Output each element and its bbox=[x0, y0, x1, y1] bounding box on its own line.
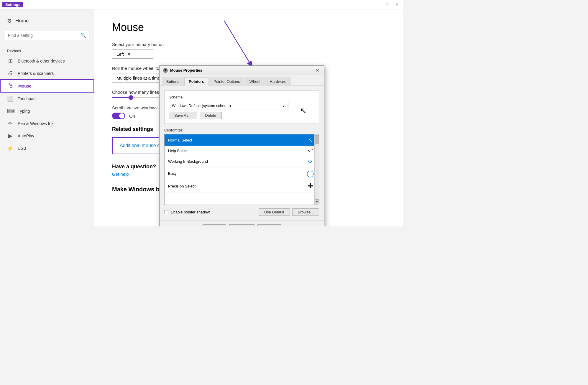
vertical-scrollbar[interactable]: ▲ ▼ bbox=[314, 134, 319, 205]
sidebar-item-autoplay[interactable]: ▶ AutoPlay bbox=[0, 130, 94, 142]
tab-hardware[interactable]: Hardware bbox=[265, 77, 291, 86]
scheme-buttons: Save As... Delete bbox=[169, 112, 288, 119]
scheme-label: Scheme bbox=[169, 95, 315, 99]
usb-icon: ⚡ bbox=[7, 145, 14, 152]
sidebar-item-label: Mouse bbox=[18, 84, 31, 88]
scheme-row: Windows Default (system scheme) ∨ Save A… bbox=[169, 102, 315, 119]
scroll-value: Multiple lines at a time bbox=[116, 75, 160, 80]
sidebar-item-label: Bluetooth & other devices bbox=[18, 59, 65, 63]
close-button[interactable]: ✕ bbox=[394, 2, 400, 7]
working-bg-label: Working In Background bbox=[168, 159, 208, 164]
sidebar-item-label: USB bbox=[18, 146, 26, 151]
toggle-knob bbox=[119, 113, 124, 119]
search-input[interactable] bbox=[8, 33, 78, 38]
tab-pointer-options[interactable]: Pointer Options bbox=[209, 77, 244, 86]
typing-icon: ⌨ bbox=[7, 108, 14, 114]
primary-button-dropdown[interactable]: Left ∨ bbox=[112, 49, 153, 59]
tab-pointers[interactable]: Pointers bbox=[184, 77, 208, 86]
dialog-footer: OK Cancel Apply bbox=[160, 221, 324, 226]
mouse-properties-dialog[interactable]: 🖱 Mouse Properties ✕ Buttons Pointers Po… bbox=[159, 65, 324, 226]
shadow-label: Enable pointer shadow bbox=[171, 210, 210, 214]
home-label: Home bbox=[15, 18, 29, 24]
precision-icon: ✛ bbox=[305, 182, 316, 190]
search-box: 🔍 bbox=[5, 31, 89, 40]
minimize-button[interactable]: — bbox=[373, 2, 381, 7]
sidebar: ⚙ Home 🔍 Devices ⊞ Bluetooth & other dev… bbox=[0, 9, 94, 226]
scheme-section: Scheme Windows Default (system scheme) ∨… bbox=[164, 91, 319, 124]
cursor-item-help[interactable]: Help Select ↖? bbox=[165, 146, 319, 156]
touchpad-icon: ⬜ bbox=[7, 96, 14, 102]
cursor-item-normal[interactable]: Normal Select ↖ bbox=[165, 134, 319, 146]
sidebar-item-typing[interactable]: ⌨ Typing bbox=[0, 105, 94, 117]
browse-button[interactable]: Browse... bbox=[292, 208, 319, 216]
customize-label: Customize: bbox=[164, 128, 319, 132]
cursor-preview: ↖ bbox=[300, 106, 307, 116]
cursor-item-busy[interactable]: Busy ◯ bbox=[165, 167, 319, 180]
sidebar-item-printers[interactable]: 🖨 Printers & scanners bbox=[0, 67, 94, 79]
scrollbar-down-arrow[interactable]: ▼ bbox=[315, 199, 319, 204]
customize-list-inner: Normal Select ↖ Help Select ↖? Working I… bbox=[165, 134, 319, 193]
maximize-button[interactable]: □ bbox=[384, 2, 390, 7]
sidebar-home[interactable]: ⚙ Home bbox=[0, 15, 94, 27]
sidebar-section-label: Devices bbox=[0, 44, 94, 55]
busy-icon: ◯ bbox=[305, 170, 316, 177]
sidebar-item-label: AutoPlay bbox=[18, 134, 34, 138]
title-bar: Settings — □ ✕ bbox=[0, 0, 403, 9]
sidebar-item-usb[interactable]: ⚡ USB bbox=[0, 142, 94, 154]
toggle-label: On bbox=[129, 113, 135, 119]
cursor-item-working[interactable]: Working In Background ⟳ bbox=[165, 156, 319, 167]
dialog-tabs: Buttons Pointers Pointer Options Wheel H… bbox=[160, 75, 324, 86]
sidebar-item-pen[interactable]: ✏ Pen & Windows Ink bbox=[0, 117, 94, 130]
apply-button[interactable]: Apply bbox=[257, 224, 281, 226]
chevron-down-icon: ∨ bbox=[127, 51, 131, 57]
primary-button-label: Select your primary button bbox=[112, 42, 385, 47]
slider-thumb[interactable] bbox=[129, 95, 133, 100]
help-select-label: Help Select bbox=[168, 149, 188, 153]
shadow-row: Enable pointer shadow Use Default Browse… bbox=[164, 208, 319, 216]
printer-icon: 🖨 bbox=[7, 70, 14, 76]
delete-button[interactable]: Delete bbox=[200, 112, 222, 119]
cursor-item-precision[interactable]: Precision Select ✛ bbox=[165, 180, 319, 193]
scrollbar-thumb[interactable] bbox=[315, 135, 319, 144]
sidebar-item-mouse[interactable]: 🖱 Mouse bbox=[0, 79, 94, 93]
sidebar-item-label: Pen & Windows Ink bbox=[18, 121, 53, 126]
mouse-properties-icon: 🖱 bbox=[163, 68, 168, 73]
dialog-close-button[interactable]: ✕ bbox=[314, 68, 321, 73]
cancel-button[interactable]: Cancel bbox=[229, 224, 254, 226]
precision-label: Precision Select bbox=[168, 184, 196, 188]
tab-wheel[interactable]: Wheel bbox=[245, 77, 265, 86]
customize-list[interactable]: Normal Select ↖ Help Select ↖? Working I… bbox=[164, 134, 319, 205]
working-bg-icon: ⟳ bbox=[305, 158, 316, 165]
autoplay-icon: ▶ bbox=[7, 133, 14, 139]
ok-button[interactable]: OK bbox=[203, 224, 226, 226]
sidebar-item-bluetooth[interactable]: ⊞ Bluetooth & other devices bbox=[0, 55, 94, 67]
chevron-down-icon: ∨ bbox=[282, 103, 285, 108]
page-title: Mouse bbox=[112, 21, 385, 34]
sidebar-item-label: Printers & scanners bbox=[18, 71, 54, 76]
search-icon: 🔍 bbox=[81, 33, 86, 38]
dialog-title-bar: 🖱 Mouse Properties ✕ bbox=[160, 66, 324, 75]
sidebar-item-label: Typing bbox=[18, 109, 30, 113]
gear-icon: ⚙ bbox=[7, 18, 12, 24]
primary-button-section: Select your primary button Left ∨ bbox=[112, 42, 385, 59]
save-as-button[interactable]: Save As... bbox=[169, 112, 197, 119]
pen-icon: ✏ bbox=[7, 120, 14, 127]
sidebar-item-label: Touchpad bbox=[18, 96, 36, 101]
bluetooth-icon: ⊞ bbox=[7, 58, 14, 64]
app-title[interactable]: Settings bbox=[2, 2, 23, 7]
use-default-button[interactable]: Use Default bbox=[259, 208, 290, 216]
shadow-checkbox[interactable] bbox=[164, 210, 168, 214]
scheme-preview: ↖ bbox=[291, 102, 315, 119]
mouse-icon: 🖱 bbox=[8, 83, 14, 89]
normal-select-icon: ↖ bbox=[305, 137, 316, 143]
help-select-icon: ↖? bbox=[305, 148, 316, 153]
normal-select-label: Normal Select bbox=[168, 138, 192, 142]
busy-label: Busy bbox=[168, 171, 177, 176]
scheme-dropdown[interactable]: Windows Default (system scheme) ∨ bbox=[169, 102, 288, 109]
tab-buttons[interactable]: Buttons bbox=[162, 77, 184, 86]
primary-button-value: Left bbox=[116, 52, 124, 57]
sidebar-item-touchpad[interactable]: ⬜ Touchpad bbox=[0, 93, 94, 105]
inactive-scroll-toggle[interactable] bbox=[112, 113, 125, 119]
dialog-title-left: 🖱 Mouse Properties bbox=[163, 68, 202, 73]
dialog-title: Mouse Properties bbox=[170, 68, 202, 73]
